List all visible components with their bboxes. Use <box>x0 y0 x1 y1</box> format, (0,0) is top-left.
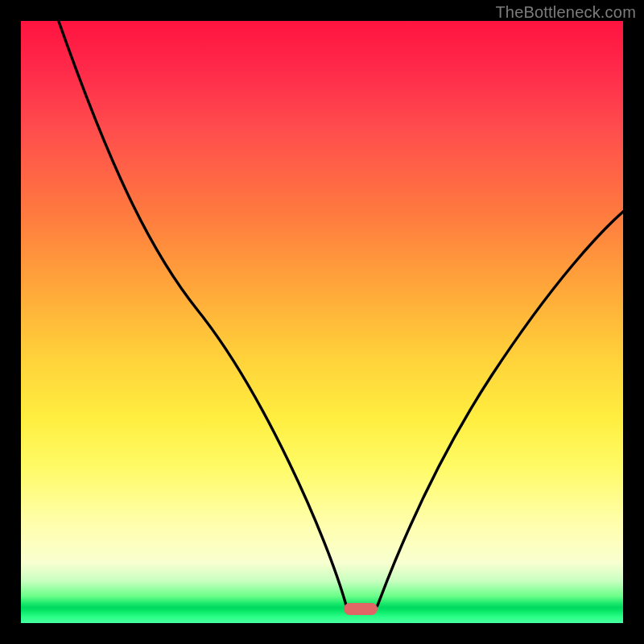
chart-frame: TheBottleneck.com <box>0 0 644 644</box>
watermark-text: TheBottleneck.com <box>495 3 636 22</box>
bottleneck-curve-path <box>57 21 623 609</box>
chart-plot-area <box>21 21 623 623</box>
bottleneck-curve <box>21 21 623 623</box>
optimum-marker <box>344 603 378 615</box>
